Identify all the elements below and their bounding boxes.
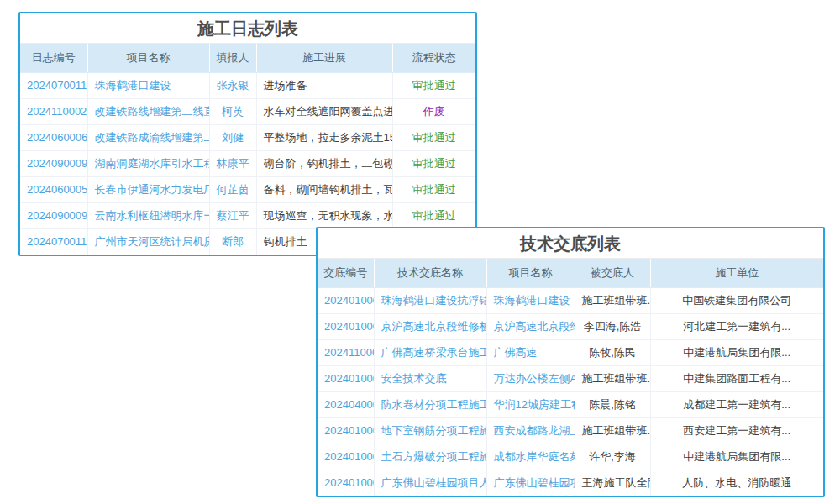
- disclosed-to-cell: 王海施工队全队: [575, 470, 650, 496]
- log-id-link[interactable]: 2024060005: [20, 176, 87, 202]
- disclosed-to-cell: 李四海,陈浩: [575, 313, 650, 339]
- construction-unit-cell: 西安建工第一建筑有...: [650, 417, 823, 444]
- column-header-status: 流程状态: [392, 44, 475, 72]
- table-row: 2024040001防水卷材分项工程施工技...华润12城房建工程...陈晨,陈…: [318, 391, 823, 417]
- progress-cell: 水车对全线遮阳网覆盖点进...: [256, 98, 392, 124]
- project-name-link[interactable]: 广州市天河区统计局机房...: [87, 228, 209, 255]
- construction-log-table: 日志编号 项目名称 填报人 施工进展 流程状态 2024070011珠海鹤港口建…: [20, 44, 475, 255]
- table-row: 2024010003珠海鹤港口建设抗浮锚杆...珠海鹤港口建设施工班组带班...…: [318, 287, 823, 313]
- technical-disclosure-table-card: 技术交底列表 交底编号 技术交底名称 项目名称 被交底人 施工单位 202401…: [316, 227, 825, 497]
- log-id-link[interactable]: 2024090009: [20, 150, 87, 176]
- construction-unit-cell: 中建港航局集团有限...: [650, 339, 823, 365]
- table-row: 2024070011珠海鹤港口建设张永银进场准备审批通过: [20, 72, 475, 98]
- column-header-log-id: 日志编号: [20, 44, 87, 72]
- column-header-progress: 施工进展: [256, 44, 392, 72]
- progress-cell: 进场准备: [256, 72, 392, 98]
- log-id-link[interactable]: 2024060006: [20, 124, 87, 150]
- construction-unit-cell: 中建集团路面工程有...: [650, 365, 823, 391]
- table-row: 2024060005长春市伊通河水力发电厂...何芷茵备料，砌间墙钩机排土，瓦.…: [20, 176, 475, 202]
- disclosed-to-cell: 施工班组带班...: [575, 365, 650, 391]
- project-name-link[interactable]: 珠海鹤港口建设: [87, 72, 209, 98]
- disclosed-to-cell: 施工班组带班...: [575, 417, 650, 444]
- disclosure-name-link[interactable]: 珠海鹤港口建设抗浮锚杆...: [374, 287, 486, 313]
- disclosure-id-link[interactable]: 2024110001: [318, 339, 374, 365]
- status-badge: 审批通过: [392, 176, 475, 202]
- project-name-link[interactable]: 万达办公楼左侧A...: [486, 365, 575, 391]
- log-id-link[interactable]: 2024070011: [20, 72, 87, 98]
- table-row: 2024060006改建铁路成渝线增建第二...刘健平整场地，拉走多余泥土15.…: [20, 124, 475, 150]
- disclosed-to-cell: 施工班组带班...: [575, 287, 650, 313]
- construction-unit-cell: 河北建工第一建筑有...: [650, 313, 823, 339]
- status-badge: 审批通过: [392, 124, 475, 150]
- table-row: 2024090009湖南洞庭湖水库引水工程...林康平砌台阶，钩机排土，二包砌.…: [20, 150, 475, 176]
- project-name-link[interactable]: 广东佛山碧桂园项目: [486, 470, 575, 496]
- disclosure-name-link[interactable]: 防水卷材分项工程施工技...: [374, 391, 486, 417]
- construction-log-table-card: 施工日志列表 日志编号 项目名称 填报人 施工进展 流程状态 202407001…: [18, 12, 477, 256]
- progress-cell: 砌台阶，钩机排土，二包砌...: [256, 150, 392, 176]
- project-name-link[interactable]: 广佛高速: [486, 339, 575, 365]
- header-row: 日志编号 项目名称 填报人 施工进展 流程状态: [20, 44, 475, 72]
- reporter-link[interactable]: 何芷茵: [209, 176, 256, 202]
- project-name-link[interactable]: 成都水岸华庭名苑...: [486, 444, 575, 470]
- disclosure-id-link[interactable]: 2024010003: [318, 287, 374, 313]
- construction-unit-cell: 中国铁建集团有限公司: [650, 287, 823, 313]
- header-row: 交底编号 技术交底名称 项目名称 被交底人 施工单位: [318, 259, 823, 287]
- disclosure-name-link[interactable]: 广东佛山碧桂园项目人防...: [374, 470, 486, 496]
- column-header-disclosure-name: 技术交底名称: [374, 259, 486, 287]
- project-name-link[interactable]: 珠海鹤港口建设: [486, 287, 575, 313]
- log-id-link[interactable]: 2024090009: [20, 202, 87, 228]
- disclosure-id-link[interactable]: 2024010003: [318, 365, 374, 391]
- disclosure-id-link[interactable]: 2024010001: [318, 470, 374, 496]
- status-badge: 审批通过: [392, 202, 475, 228]
- reporter-link[interactable]: 林康平: [209, 150, 256, 176]
- table-row: 2024010004京沪高速北京段维修桩帽...京沪高速北京段维修李四海,陈浩河…: [318, 313, 823, 339]
- progress-cell: 现场巡查，无积水现象，水...: [256, 202, 392, 228]
- project-name-link[interactable]: 京沪高速北京段维修: [486, 313, 575, 339]
- project-name-link[interactable]: 改建铁路成渝线增建第二...: [87, 124, 209, 150]
- reporter-link[interactable]: 断郎: [209, 228, 256, 255]
- column-header-disclosure-id: 交底编号: [318, 259, 374, 287]
- table-row: 2024110002改建铁路线增建第二线直...柯英水车对全线遮阳网覆盖点进..…: [20, 98, 475, 124]
- technical-disclosure-rows: 2024010003珠海鹤港口建设抗浮锚杆...珠海鹤港口建设施工班组带班...…: [318, 287, 823, 496]
- table-row: 2024010001广东佛山碧桂园项目人防...广东佛山碧桂园项目王海施工队全队…: [318, 470, 823, 496]
- progress-cell: 平整场地，拉走多余泥土15...: [256, 124, 392, 150]
- column-header-disclosed-to: 被交底人: [575, 259, 650, 287]
- disclosure-id-link[interactable]: 2024040001: [318, 391, 374, 417]
- disclosure-id-link[interactable]: 2024010002: [318, 417, 374, 444]
- disclosure-name-link[interactable]: 广佛高速桥梁承台施工技...: [374, 339, 486, 365]
- progress-cell: 备料，砌间墙钩机排土，瓦...: [256, 176, 392, 202]
- reporter-link[interactable]: 蔡江平: [209, 202, 256, 228]
- reporter-link[interactable]: 刘健: [209, 124, 256, 150]
- column-header-construction-unit: 施工单位: [650, 259, 823, 287]
- column-header-project-name: 项目名称: [486, 259, 575, 287]
- log-id-link[interactable]: 2024070011: [20, 228, 87, 255]
- project-name-link[interactable]: 云南水利枢纽潜明水库一...: [87, 202, 209, 228]
- table-row: 2024090009云南水利枢纽潜明水库一...蔡江平现场巡查，无积水现象，水.…: [20, 202, 475, 228]
- column-header-reporter: 填报人: [209, 44, 256, 72]
- reporter-link[interactable]: 柯英: [209, 98, 256, 124]
- construction-log-title: 施工日志列表: [20, 13, 475, 44]
- log-id-link[interactable]: 2024110002: [20, 98, 87, 124]
- disclosed-to-cell: 陈牧,陈民: [575, 339, 650, 365]
- status-badge: 审批通过: [392, 150, 475, 176]
- status-badge: 作废: [392, 98, 475, 124]
- project-name-link[interactable]: 长春市伊通河水力发电厂...: [87, 176, 209, 202]
- disclosure-name-link[interactable]: 京沪高速北京段维修桩帽...: [374, 313, 486, 339]
- status-badge: 审批通过: [392, 72, 475, 98]
- project-name-link[interactable]: 华润12城房建工程...: [486, 391, 575, 417]
- technical-disclosure-title: 技术交底列表: [318, 228, 823, 259]
- reporter-link[interactable]: 张永银: [209, 72, 256, 98]
- table-row: 2024010002土石方爆破分项工程施工...成都水岸华庭名苑...许华,李海…: [318, 444, 823, 470]
- project-name-link[interactable]: 湖南洞庭湖水库引水工程...: [87, 150, 209, 176]
- disclosure-name-link[interactable]: 地下室钢筋分项工程施工...: [374, 417, 486, 444]
- disclosure-id-link[interactable]: 2024010004: [318, 313, 374, 339]
- table-row: 2024110001广佛高速桥梁承台施工技...广佛高速陈牧,陈民中建港航局集团…: [318, 339, 823, 365]
- disclosure-name-link[interactable]: 土石方爆破分项工程施工...: [374, 444, 486, 470]
- disclosure-id-link[interactable]: 2024010002: [318, 444, 374, 470]
- disclosure-name-link[interactable]: 安全技术交底: [374, 365, 486, 391]
- project-name-link[interactable]: 西安成都路龙湖上...: [486, 417, 575, 444]
- table-row: 2024010002地下室钢筋分项工程施工...西安成都路龙湖上...施工班组带…: [318, 417, 823, 444]
- project-name-link[interactable]: 改建铁路线增建第二线直...: [87, 98, 209, 124]
- construction-unit-cell: 人防、水电、消防暖通: [650, 470, 823, 496]
- technical-disclosure-table: 交底编号 技术交底名称 项目名称 被交底人 施工单位 2024010003珠海鹤…: [318, 259, 823, 496]
